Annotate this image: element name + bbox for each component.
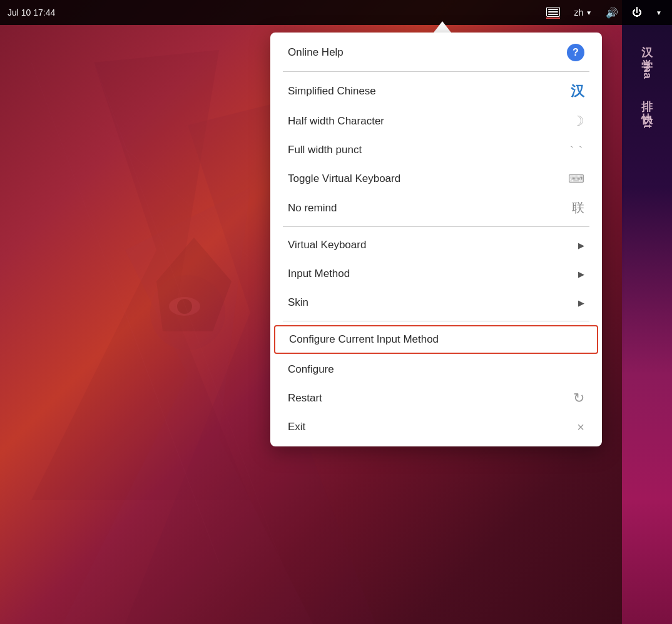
- toggle-virtual-keyboard-label: Toggle Virtual Keyboard: [288, 173, 400, 185]
- input-method-arrow: ▶: [578, 269, 584, 279]
- half-width-label: Half width Character: [288, 115, 384, 128]
- system-dropdown-button[interactable]: ▼: [653, 8, 664, 18]
- toggle-virtual-keyboard-icon: ⌨: [568, 172, 584, 186]
- simplified-chinese-icon: 汉: [571, 82, 584, 101]
- menu-item-restart[interactable]: Restart ↻: [270, 384, 602, 413]
- simplified-chinese-label: Simplified Chinese: [288, 85, 376, 98]
- configure-current-label: Configure Current Input Method: [289, 333, 439, 346]
- input-method-label: Input Method: [288, 268, 350, 280]
- menu-item-skin[interactable]: Skin ▶: [270, 288, 602, 317]
- exit-icon: ×: [577, 420, 584, 435]
- volume-icon: 🔊: [606, 7, 618, 19]
- menu-item-configure-current[interactable]: Configure Current Input Method: [274, 325, 598, 354]
- topbar-right-controls: zh ▼ 🔊 ⏻ ▼: [544, 6, 664, 20]
- keyboard-icon: [546, 7, 560, 17]
- dropdown-icon: ▼: [656, 9, 662, 16]
- skin-arrow: ▶: [578, 298, 584, 308]
- datetime-label: Jul 10 17:44: [8, 8, 55, 18]
- volume-button[interactable]: 🔊: [603, 6, 621, 20]
- right-side-panel: 汉 学 ma 排 快 Ct: [622, 0, 672, 624]
- menu-item-configure[interactable]: Configure: [270, 355, 602, 384]
- menu-item-exit[interactable]: Exit ×: [270, 413, 602, 441]
- menu-item-full-width-punct[interactable]: Full width punct ｀｀: [270, 136, 602, 164]
- skin-label: Skin: [288, 296, 308, 309]
- virtual-keyboard-arrow: ▶: [578, 241, 584, 250]
- restart-label: Restart: [288, 392, 322, 405]
- exit-label: Exit: [288, 421, 305, 433]
- input-method-label: zh: [574, 8, 583, 18]
- online-help-icon: ?: [567, 44, 584, 61]
- no-remind-icon: 联: [572, 199, 584, 216]
- menu-item-virtual-keyboard[interactable]: Virtual Keyboard ▶: [270, 231, 602, 259]
- topbar: Jul 10 17:44 zh ▼ 🔊 ⏻ ▼: [0, 0, 672, 25]
- input-method-button[interactable]: zh ▼: [571, 6, 594, 19]
- context-menu: Online Help ? Simplified Chinese 汉 Half …: [270, 33, 602, 446]
- separator-1: [283, 71, 589, 72]
- menu-item-toggle-virtual-keyboard[interactable]: Toggle Virtual Keyboard ⌨: [270, 164, 602, 193]
- menu-item-no-remind[interactable]: No remind 联: [270, 193, 602, 223]
- topbar-datetime: Jul 10 17:44: [8, 8, 55, 18]
- separator-3: [283, 321, 589, 321]
- virtual-keyboard-label: Virtual Keyboard: [288, 239, 366, 251]
- configure-label: Configure: [288, 363, 334, 376]
- separator-2: [283, 226, 589, 227]
- online-help-label: Online Help: [288, 46, 344, 59]
- menu-item-simplified-chinese[interactable]: Simplified Chinese 汉: [270, 76, 602, 107]
- keyboard-indicator: [546, 18, 560, 19]
- full-width-punct-icon: ｀｀: [567, 144, 584, 157]
- menu-item-online-help[interactable]: Online Help ?: [270, 38, 602, 68]
- full-width-punct-label: Full width punct: [288, 144, 362, 156]
- right-panel-text-6: Ct: [641, 116, 654, 128]
- keyboard-input-button[interactable]: [544, 6, 563, 20]
- menu-pointer: [434, 21, 451, 33]
- restart-icon: ↻: [573, 390, 584, 406]
- half-width-icon: ☽: [572, 113, 584, 129]
- right-panel-text-3: ma: [641, 63, 654, 79]
- svg-point-6: [177, 299, 192, 314]
- no-remind-label: No remind: [288, 202, 337, 214]
- power-icon: ⏻: [632, 7, 642, 18]
- power-button[interactable]: ⏻: [629, 6, 644, 19]
- menu-item-half-width[interactable]: Half width Character ☽: [270, 107, 602, 136]
- input-method-dropdown-icon: ▼: [586, 9, 592, 16]
- menu-item-input-method[interactable]: Input Method ▶: [270, 259, 602, 288]
